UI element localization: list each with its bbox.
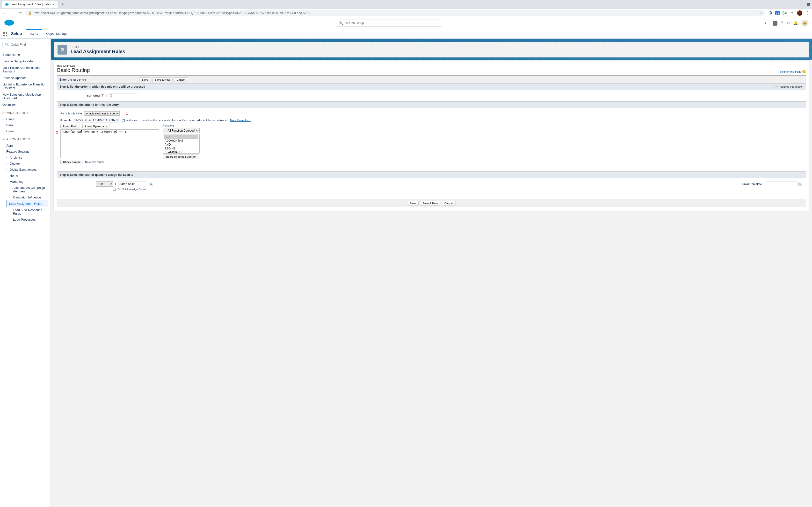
url-bar[interactable]: 🔒 java-power-66192.lightning.force.com/l… xyxy=(25,10,765,16)
browser-tab[interactable]: Lead Assignment Rules | Sales × xyxy=(2,1,57,8)
tab-title: Lead Assignment Rules | Sales xyxy=(11,3,51,6)
kebab-icon[interactable]: ⋮ xyxy=(805,11,810,15)
browser-chrome: Lead Assignment Rules | Sales × + ← → ⟳ … xyxy=(0,0,812,17)
chevron-down-icon: ▼ xyxy=(105,125,107,127)
search-input[interactable]: 🔍 Search Setup xyxy=(336,19,442,26)
tab-strip: Lead Assignment Rules | Sales × + xyxy=(0,0,812,9)
chevron-right-icon: › xyxy=(2,144,5,147)
insert-field-button[interactable]: Insert Field xyxy=(60,124,80,128)
tree-item-lead-assignment-rules[interactable]: Lead Assignment Rules xyxy=(6,201,48,207)
new-tab-button[interactable]: + xyxy=(59,1,66,8)
insert-function-button[interactable]: Insert Selected Function xyxy=(163,155,199,159)
extensions-icon[interactable]: ✦ xyxy=(790,11,794,15)
main-layout: 🔍 Quick Find Setup Home Service Setup As… xyxy=(0,39,812,507)
step2-label: Step 2: Select the criteria for this rul… xyxy=(59,103,119,107)
insert-operator-button[interactable]: Insert Operator▼ xyxy=(83,124,110,128)
check-syntax-button[interactable]: Check Syntax xyxy=(60,160,83,164)
tree-item[interactable]: ›Campaign Influence xyxy=(2,194,48,201)
lookup-icon[interactable]: 🔍 xyxy=(149,182,153,186)
tree-item[interactable]: Accounts As Campaign Members xyxy=(2,185,48,194)
info-icon[interactable]: ⓘ xyxy=(768,11,772,15)
setup-navbar: Setup Home Object Manager⌄ xyxy=(0,29,812,39)
tree-item-apps[interactable]: ›Apps xyxy=(2,143,48,149)
tree-item-data[interactable]: ›Data xyxy=(2,122,48,128)
user-avatar[interactable]: 🐱 xyxy=(801,20,808,26)
tree-item[interactable]: Lead Processes xyxy=(2,217,48,223)
assignee-type-select[interactable]: User xyxy=(96,181,113,187)
do-not-reassign-checkbox[interactable] xyxy=(113,187,116,191)
step1-body: Sort Order i | xyxy=(57,90,806,101)
save-button[interactable]: Save xyxy=(407,201,418,206)
setup-sidebar: 🔍 Quick Find Setup Home Service Setup As… xyxy=(0,39,51,507)
step1-label: Step 1: Set the order in which this rule… xyxy=(59,85,145,89)
quick-find-placeholder: Quick Find xyxy=(11,43,26,46)
quick-find-input[interactable]: 🔍 Quick Find xyxy=(2,41,48,48)
sort-order-input[interactable] xyxy=(109,93,138,98)
assignee-input[interactable] xyxy=(118,181,147,186)
formula-textarea[interactable]: FLOOR(AnnualRevenue / 1000000.0) == 1 xyxy=(60,129,159,158)
reload-button[interactable]: ⟳ xyxy=(17,11,22,15)
example-description: {0} evaluates to true when the person wh… xyxy=(122,119,228,122)
help-icon[interactable]: ? xyxy=(781,21,783,25)
tree-item[interactable]: ›Analytics xyxy=(2,155,48,161)
app-launcher-icon[interactable] xyxy=(0,32,10,36)
function-category-select[interactable]: -- All Function Categories -- xyxy=(163,128,200,133)
global-actions-button[interactable]: + xyxy=(773,21,777,25)
close-icon[interactable]: × xyxy=(53,2,55,6)
tree-item[interactable]: ›Digital Experiences xyxy=(2,167,48,173)
tree-item-users[interactable]: ›Users xyxy=(2,116,48,122)
example-code: OwnerId <> LastModifiedById xyxy=(74,118,120,122)
tree-item[interactable]: Home xyxy=(2,173,48,179)
sidebar-item[interactable]: Setup Home xyxy=(2,51,48,58)
star-icon[interactable]: ☆ xyxy=(759,11,762,15)
extension-icon[interactable]: ⬚ xyxy=(775,11,779,15)
tab-home[interactable]: Home xyxy=(26,29,42,38)
sidebar-item[interactable]: Release Updates xyxy=(2,74,48,81)
notifications-icon[interactable]: 🔔 xyxy=(793,21,798,25)
favorites-button[interactable]: ★▾ xyxy=(764,21,769,25)
chevron-right-icon: › xyxy=(6,156,8,159)
lookup-icon[interactable]: 🔍 xyxy=(799,182,802,186)
email-template-input[interactable] xyxy=(766,181,797,186)
sidebar-item[interactable]: Service Setup Assistant xyxy=(2,58,48,64)
criteria-select[interactable]: formula evaluates to true xyxy=(84,111,120,116)
step3-label: Step 3: Select the user or queue to assi… xyxy=(59,173,134,176)
header-eyebrow: SETUP xyxy=(70,45,125,49)
tree-item[interactable]: ›Chatter xyxy=(2,161,48,167)
chrome-window-control[interactable] xyxy=(807,3,810,6)
tree-item-feature-settings[interactable]: ⌄Feature Settings xyxy=(2,149,48,155)
cancel-button[interactable]: Cancel xyxy=(174,77,188,82)
profile-avatar[interactable] xyxy=(797,10,802,16)
tab-object-manager[interactable]: Object Manager⌄ xyxy=(42,29,76,38)
save-button[interactable]: Save xyxy=(139,77,151,82)
more-examples-link[interactable]: More Examples... xyxy=(230,119,251,122)
sidebar-item[interactable]: New Salesforce Mobile App QuickStart xyxy=(2,91,48,101)
grammarly-icon[interactable]: G xyxy=(782,11,787,15)
page-header: ⚙ SETUP Lead Assignment Rules xyxy=(54,42,809,57)
tree-item[interactable]: Lead Auto-Response Rules xyxy=(2,207,48,217)
help-link[interactable]: Help for this Page ? xyxy=(780,70,806,73)
save-new-button[interactable]: Save & New xyxy=(152,77,172,82)
cancel-button[interactable]: Cancel xyxy=(442,201,456,206)
chevron-right-icon: › xyxy=(6,162,8,165)
back-button[interactable]: ← xyxy=(2,11,7,15)
search-icon: 🔍 xyxy=(5,43,9,46)
annotation-2: 2 xyxy=(56,130,58,134)
salesforce-logo[interactable] xyxy=(4,19,14,27)
search-placeholder: Search Setup xyxy=(345,21,364,25)
tree-item-email[interactable]: ›Email xyxy=(2,128,48,134)
gear-icon[interactable]: ⚙ xyxy=(786,21,790,25)
info-icon[interactable]: i xyxy=(101,95,104,97)
function-list[interactable]: ABS ADDMONTHS AND BEGINS BLANKVALUE BR xyxy=(163,134,200,154)
chevron-right-icon: › xyxy=(9,196,12,199)
gear-icon: ⚙ xyxy=(57,45,67,55)
sidebar-item[interactable]: Lightning Experience Transition Assistan… xyxy=(2,81,48,91)
salesforce-header: 🔍 Search Setup ★▾ + ? ⚙ 🔔 🐱 xyxy=(0,17,812,29)
cloud-icon xyxy=(5,2,9,6)
sidebar-item[interactable]: Multi-Factor Authentication Assistant xyxy=(2,64,48,74)
save-new-button[interactable]: Save & New xyxy=(420,201,440,206)
run-rule-label: Run this rule if the xyxy=(60,112,82,115)
enter-rule-bar: Enter the rule entry Save Save & New Can… xyxy=(57,76,806,83)
sidebar-item[interactable]: Optimizer xyxy=(2,101,48,108)
tree-item-marketing[interactable]: ⌄Marketing xyxy=(2,179,48,185)
